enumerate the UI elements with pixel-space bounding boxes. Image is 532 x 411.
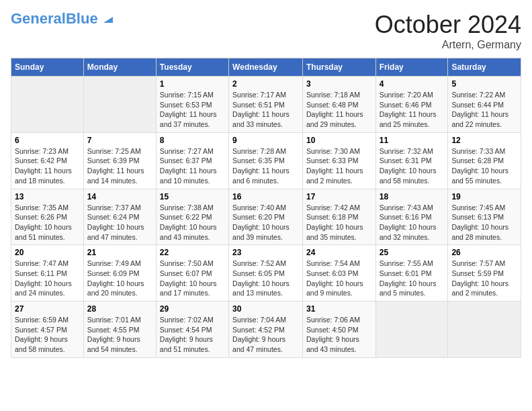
location: Artern, Germany <box>375 39 521 51</box>
day-number: 17 <box>306 192 372 201</box>
table-row: 9Sunrise: 7:28 AMSunset: 6:35 PMDaylight… <box>229 132 303 189</box>
logo-arrow-icon <box>101 11 116 26</box>
table-row <box>448 302 521 358</box>
table-row: 23Sunrise: 7:52 AMSunset: 6:05 PMDayligh… <box>229 245 303 302</box>
day-number: 6 <box>15 136 80 145</box>
day-number: 4 <box>380 79 445 89</box>
day-number: 13 <box>15 192 80 201</box>
col-thursday: Thursday <box>302 58 375 77</box>
calendar-body: 1Sunrise: 7:15 AMSunset: 6:53 PMDaylight… <box>11 77 521 358</box>
day-details: Sunrise: 7:04 AMSunset: 4:52 PMDaylight:… <box>232 315 299 355</box>
day-details: Sunrise: 7:23 AMSunset: 6:42 PMDaylight:… <box>15 146 80 186</box>
table-row: 27Sunrise: 6:59 AMSunset: 4:57 PMDayligh… <box>11 302 84 358</box>
day-number: 25 <box>380 248 445 257</box>
table-row: 16Sunrise: 7:40 AMSunset: 6:20 PMDayligh… <box>229 189 303 245</box>
day-number: 31 <box>306 304 372 314</box>
day-details: Sunrise: 7:49 AMSunset: 6:09 PMDaylight:… <box>87 259 152 298</box>
table-row: 4Sunrise: 7:20 AMSunset: 6:46 PMDaylight… <box>375 77 448 133</box>
day-number: 27 <box>15 304 80 314</box>
logo: GeneralBlue <box>11 11 116 27</box>
calendar-week-5: 27Sunrise: 6:59 AMSunset: 4:57 PMDayligh… <box>11 302 521 358</box>
day-number: 9 <box>232 136 299 145</box>
day-number: 12 <box>451 136 517 145</box>
table-row: 31Sunrise: 7:06 AMSunset: 4:50 PMDayligh… <box>302 302 375 358</box>
table-row: 7Sunrise: 7:25 AMSunset: 6:39 PMDaylight… <box>83 132 156 189</box>
table-row: 18Sunrise: 7:43 AMSunset: 6:16 PMDayligh… <box>375 189 448 245</box>
day-number: 21 <box>87 248 152 257</box>
table-row: 15Sunrise: 7:38 AMSunset: 6:22 PMDayligh… <box>156 189 228 245</box>
table-row: 12Sunrise: 7:33 AMSunset: 6:28 PMDayligh… <box>448 132 521 189</box>
day-details: Sunrise: 7:52 AMSunset: 6:05 PMDaylight:… <box>232 259 299 298</box>
col-monday: Monday <box>83 58 156 77</box>
day-number: 8 <box>160 136 225 145</box>
day-number: 11 <box>380 136 445 145</box>
table-row: 29Sunrise: 7:02 AMSunset: 4:54 PMDayligh… <box>156 302 228 358</box>
day-number: 20 <box>15 248 80 257</box>
table-row: 13Sunrise: 7:35 AMSunset: 6:26 PMDayligh… <box>11 189 84 245</box>
day-number: 1 <box>160 79 225 89</box>
col-sunday: Sunday <box>11 58 84 77</box>
day-number: 5 <box>451 79 517 89</box>
day-details: Sunrise: 7:42 AMSunset: 6:18 PMDaylight:… <box>306 203 372 242</box>
day-details: Sunrise: 7:15 AMSunset: 6:53 PMDaylight:… <box>160 90 225 130</box>
day-details: Sunrise: 7:57 AMSunset: 5:59 PMDaylight:… <box>451 259 517 298</box>
day-number: 2 <box>232 79 299 89</box>
table-row: 11Sunrise: 7:32 AMSunset: 6:31 PMDayligh… <box>375 132 448 189</box>
day-details: Sunrise: 7:22 AMSunset: 6:44 PMDaylight:… <box>451 90 517 130</box>
day-details: Sunrise: 7:37 AMSunset: 6:24 PMDaylight:… <box>87 203 152 242</box>
calendar-table: Sunday Monday Tuesday Wednesday Thursday… <box>11 58 521 358</box>
day-number: 19 <box>451 192 517 201</box>
day-details: Sunrise: 7:55 AMSunset: 6:01 PMDaylight:… <box>380 259 445 298</box>
day-number: 10 <box>306 136 372 145</box>
table-row: 26Sunrise: 7:57 AMSunset: 5:59 PMDayligh… <box>448 245 521 302</box>
day-details: Sunrise: 7:45 AMSunset: 6:13 PMDaylight:… <box>451 203 517 242</box>
header-row: Sunday Monday Tuesday Wednesday Thursday… <box>11 58 521 77</box>
table-row <box>83 77 156 133</box>
day-number: 7 <box>87 136 152 145</box>
table-row: 6Sunrise: 7:23 AMSunset: 6:42 PMDaylight… <box>11 132 84 189</box>
table-row <box>11 77 84 133</box>
day-number: 18 <box>380 192 445 201</box>
calendar-week-2: 6Sunrise: 7:23 AMSunset: 6:42 PMDaylight… <box>11 132 521 189</box>
table-row: 14Sunrise: 7:37 AMSunset: 6:24 PMDayligh… <box>83 189 156 245</box>
day-details: Sunrise: 7:06 AMSunset: 4:50 PMDaylight:… <box>306 315 372 355</box>
day-number: 14 <box>87 192 152 201</box>
day-number: 24 <box>306 248 372 257</box>
calendar-week-4: 20Sunrise: 7:47 AMSunset: 6:11 PMDayligh… <box>11 245 521 302</box>
day-number: 28 <box>87 304 152 314</box>
table-row: 19Sunrise: 7:45 AMSunset: 6:13 PMDayligh… <box>448 189 521 245</box>
day-number: 3 <box>306 79 372 89</box>
day-details: Sunrise: 7:20 AMSunset: 6:46 PMDaylight:… <box>380 90 445 130</box>
table-row: 3Sunrise: 7:18 AMSunset: 6:48 PMDaylight… <box>302 77 375 133</box>
day-details: Sunrise: 7:30 AMSunset: 6:33 PMDaylight:… <box>306 146 372 186</box>
day-details: Sunrise: 7:35 AMSunset: 6:26 PMDaylight:… <box>15 203 80 242</box>
table-row: 30Sunrise: 7:04 AMSunset: 4:52 PMDayligh… <box>229 302 303 358</box>
table-row: 25Sunrise: 7:55 AMSunset: 6:01 PMDayligh… <box>375 245 448 302</box>
day-number: 29 <box>160 304 225 314</box>
col-saturday: Saturday <box>448 58 521 77</box>
table-row: 20Sunrise: 7:47 AMSunset: 6:11 PMDayligh… <box>11 245 84 302</box>
table-row: 8Sunrise: 7:27 AMSunset: 6:37 PMDaylight… <box>156 132 228 189</box>
day-details: Sunrise: 7:43 AMSunset: 6:16 PMDaylight:… <box>380 203 445 242</box>
day-details: Sunrise: 7:50 AMSunset: 6:07 PMDaylight:… <box>160 259 225 298</box>
header: GeneralBlue October 2024 Artern, Germany <box>11 11 521 51</box>
calendar-header: Sunday Monday Tuesday Wednesday Thursday… <box>11 58 521 77</box>
day-details: Sunrise: 7:01 AMSunset: 4:55 PMDaylight:… <box>87 315 152 355</box>
table-row: 24Sunrise: 7:54 AMSunset: 6:03 PMDayligh… <box>302 245 375 302</box>
table-row: 28Sunrise: 7:01 AMSunset: 4:55 PMDayligh… <box>83 302 156 358</box>
day-number: 30 <box>232 304 299 314</box>
table-row: 10Sunrise: 7:30 AMSunset: 6:33 PMDayligh… <box>302 132 375 189</box>
logo-line: GeneralBlue <box>11 11 116 27</box>
day-details: Sunrise: 7:33 AMSunset: 6:28 PMDaylight:… <box>451 146 517 186</box>
logo-general: General <box>11 10 66 27</box>
day-details: Sunrise: 7:47 AMSunset: 6:11 PMDaylight:… <box>15 259 80 298</box>
day-details: Sunrise: 7:40 AMSunset: 6:20 PMDaylight:… <box>232 203 299 242</box>
col-wednesday: Wednesday <box>229 58 303 77</box>
day-details: Sunrise: 7:02 AMSunset: 4:54 PMDaylight:… <box>160 315 225 355</box>
table-row: 17Sunrise: 7:42 AMSunset: 6:18 PMDayligh… <box>302 189 375 245</box>
logo-text: GeneralBlue <box>11 11 98 27</box>
day-details: Sunrise: 7:54 AMSunset: 6:03 PMDaylight:… <box>306 259 372 298</box>
calendar-week-3: 13Sunrise: 7:35 AMSunset: 6:26 PMDayligh… <box>11 189 521 245</box>
table-row <box>375 302 448 358</box>
col-friday: Friday <box>375 58 448 77</box>
